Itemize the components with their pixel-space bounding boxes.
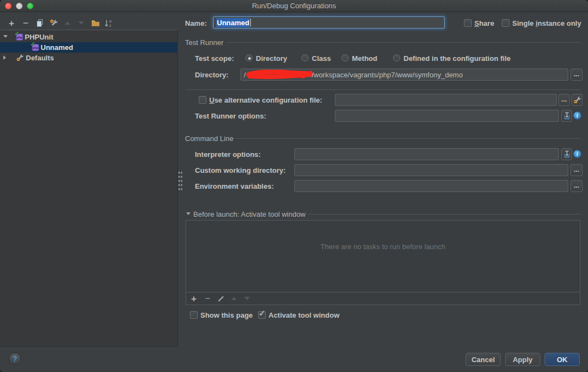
tree-item-label: PHPUnit xyxy=(25,33,53,41)
arrow-up-icon xyxy=(65,21,70,25)
folder-icon xyxy=(91,19,100,27)
test-runner-options-label: Test Runner options: xyxy=(195,112,266,120)
alt-config-browse-button[interactable]: ... xyxy=(558,94,570,106)
path-suffix: /workspace/vagrants/php7/www/symfony_dem… xyxy=(312,71,463,79)
custom-working-directory-label: Custom working directory: xyxy=(195,166,285,174)
ellipsis-icon: ... xyxy=(574,167,579,172)
directory-label: Directory: xyxy=(195,71,228,79)
before-launch-section-header[interactable]: Before launch: Activate tool window xyxy=(193,210,306,218)
section-divider xyxy=(309,214,580,215)
radio-directory-label[interactable]: Directory xyxy=(256,54,287,63)
interpreter-options-label: Interpreter options: xyxy=(195,150,261,159)
arrow-down-icon xyxy=(79,21,84,25)
test-scope-label: Test scope: xyxy=(195,54,234,63)
name-input[interactable]: Unnamed xyxy=(213,16,445,29)
show-this-page-label[interactable]: Show this page xyxy=(200,311,253,319)
environment-variables-label: Environment variables: xyxy=(195,182,274,190)
plus-icon: + xyxy=(191,294,197,303)
text-caret xyxy=(250,19,251,26)
add-configuration-button[interactable]: + xyxy=(6,18,17,29)
sort-configurations-button[interactable]: a z xyxy=(103,18,114,29)
copy-configuration-button[interactable] xyxy=(35,18,46,29)
radio-method-label[interactable]: Method xyxy=(352,54,377,63)
insert-macro-button[interactable] xyxy=(561,110,572,122)
move-task-up-button[interactable] xyxy=(228,292,239,305)
tree-item-label: Unnamed xyxy=(41,43,73,52)
collapse-chevron-icon[interactable] xyxy=(186,212,191,215)
show-this-page-checkbox[interactable] xyxy=(190,311,198,319)
task-list-toolbar: + − xyxy=(186,292,580,305)
chevron-collapsed-icon[interactable] xyxy=(3,55,6,60)
before-launch-task-list[interactable]: There are no tasks to run before launch … xyxy=(186,220,580,305)
ellipsis-icon: ... xyxy=(561,97,567,102)
tree-item-defaults[interactable]: Defaults xyxy=(0,53,177,63)
wrench-icon xyxy=(49,19,58,27)
radio-defined-in-config[interactable] xyxy=(393,54,400,61)
phpunit-icon: php ✓ xyxy=(32,44,39,51)
group-divider xyxy=(186,89,580,90)
run-debug-configurations-dialog: Run/Debug Configurations + − a z xyxy=(0,0,588,372)
environment-variables-browse-button[interactable]: ... xyxy=(570,180,583,192)
remove-task-button[interactable]: − xyxy=(202,292,213,305)
working-directory-browse-button[interactable]: ... xyxy=(570,164,583,176)
panel-splitter-handle[interactable] xyxy=(178,171,183,191)
radio-directory[interactable] xyxy=(245,54,253,61)
add-task-button[interactable]: + xyxy=(188,292,199,305)
empty-tasks-message: There are no tasks to run before launch xyxy=(186,243,580,251)
custom-working-directory-input[interactable] xyxy=(294,164,568,176)
command-line-section-header: Command Line xyxy=(185,134,233,143)
arrow-down-icon xyxy=(244,297,250,300)
use-alt-config-checkbox[interactable] xyxy=(199,96,206,104)
directory-browse-button[interactable]: ... xyxy=(570,69,583,81)
test-runner-options-input[interactable] xyxy=(335,110,559,122)
radio-defined-in-config-label[interactable]: Defined in the configuration file xyxy=(404,54,511,63)
alt-config-input[interactable] xyxy=(335,94,557,106)
minus-icon: − xyxy=(23,19,29,28)
remove-configuration-button[interactable]: − xyxy=(20,18,31,29)
alt-config-settings-button[interactable] xyxy=(572,94,583,106)
directory-input[interactable]: / /workspace/vagrants/php7/www/symfony_d… xyxy=(240,69,568,81)
move-down-button[interactable] xyxy=(76,18,87,29)
info-icon[interactable]: i xyxy=(573,111,581,120)
edit-task-button[interactable] xyxy=(215,292,226,305)
activate-tool-window-checkbox[interactable]: ✓ xyxy=(258,311,266,319)
insert-macro-icon xyxy=(563,112,570,120)
tree-item-unnamed[interactable]: php ✓ Unnamed xyxy=(0,42,177,53)
question-icon: ? xyxy=(13,354,18,363)
help-button[interactable]: ? xyxy=(9,353,21,365)
section-divider xyxy=(226,42,580,43)
share-checkbox[interactable] xyxy=(464,19,472,27)
single-instance-label: Single instance only xyxy=(512,19,581,27)
radio-method[interactable] xyxy=(341,54,349,61)
ok-button[interactable]: OK xyxy=(545,353,580,366)
settings-wrench-icon xyxy=(573,96,581,104)
arrow-up-icon xyxy=(231,297,237,300)
svg-text:z: z xyxy=(109,24,111,27)
single-instance-checkbox[interactable] xyxy=(502,19,509,27)
move-up-button[interactable] xyxy=(62,18,73,29)
radio-class-label[interactable]: Class xyxy=(312,54,331,63)
interpreter-options-input[interactable] xyxy=(294,148,559,160)
ellipsis-icon: ... xyxy=(574,71,579,77)
new-folder-button[interactable] xyxy=(90,18,101,29)
pencil-icon xyxy=(217,295,225,302)
activate-tool-window-label[interactable]: Activate tool window xyxy=(268,311,339,319)
copy-icon xyxy=(36,19,44,27)
insert-macro-button[interactable] xyxy=(561,148,572,160)
titlebar: Run/Debug Configurations xyxy=(0,0,588,12)
edit-defaults-button[interactable] xyxy=(48,18,59,29)
tree-item-phpunit[interactable]: php ✓ PHPUnit xyxy=(0,32,177,42)
chevron-expanded-icon[interactable] xyxy=(3,35,8,38)
apply-button[interactable]: Apply xyxy=(505,353,540,366)
cancel-button[interactable]: Cancel xyxy=(466,353,501,366)
svg-text:a: a xyxy=(109,19,111,23)
radio-class[interactable] xyxy=(301,54,309,61)
environment-variables-input[interactable] xyxy=(294,180,568,192)
check-badge-icon: ✓ xyxy=(14,30,19,37)
info-icon[interactable]: i xyxy=(573,150,581,158)
tree-item-label: Defaults xyxy=(26,54,54,62)
selected-text: Unnamed xyxy=(216,18,250,27)
section-divider xyxy=(235,138,580,139)
move-task-down-button[interactable] xyxy=(242,292,253,305)
test-runner-section-header: Test Runner xyxy=(185,38,223,47)
